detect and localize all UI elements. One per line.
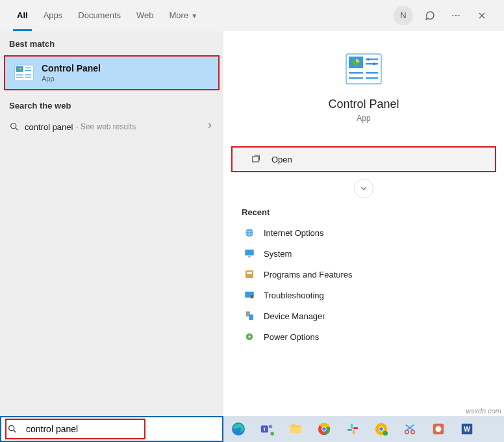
svg-rect-21 (366, 77, 378, 79)
svg-rect-20 (366, 72, 378, 73)
taskbar: T W (223, 416, 504, 442)
svg-point-56 (411, 430, 415, 434)
svg-point-0 (452, 14, 453, 16)
control-panel-icon-large (346, 53, 382, 84)
recent-item-label: Device Manager (264, 311, 325, 321)
power-options-icon (242, 330, 257, 343)
search-box[interactable] (0, 416, 223, 442)
taskbar-chrome-beta-icon[interactable] (373, 421, 390, 437)
tab-all[interactable]: All (9, 0, 36, 31)
recent-item-label: Troubleshooting (264, 291, 324, 300)
preview-subtitle: App (357, 114, 370, 123)
recent-item-device-manager[interactable]: Device Manager (242, 306, 486, 326)
recent-item-system[interactable]: System (242, 243, 486, 264)
svg-rect-24 (253, 157, 258, 162)
feedback-icon[interactable] (420, 5, 440, 26)
recent-item-label: System (264, 249, 292, 259)
taskbar-snip-icon[interactable] (401, 421, 418, 437)
svg-rect-9 (16, 77, 23, 77)
svg-rect-47 (351, 424, 353, 428)
recent-item-troubleshooting[interactable]: Troubleshooting (242, 285, 486, 306)
svg-rect-8 (16, 75, 23, 75)
svg-point-12 (11, 124, 16, 129)
taskbar-slack-icon[interactable] (344, 421, 361, 437)
preview-title: Control Panel (328, 98, 399, 111)
chevron-right-icon (205, 121, 214, 133)
taskbar-teams-icon[interactable]: T (258, 421, 275, 437)
expand-actions-button[interactable] (354, 179, 373, 198)
close-icon[interactable] (472, 5, 492, 26)
recent-item-internet-options[interactable]: Internet Options (242, 222, 486, 243)
best-match-subtitle: App (42, 75, 101, 83)
best-match-label: Best match (0, 31, 223, 53)
svg-point-55 (405, 430, 409, 434)
recent-item-label: Power Options (264, 332, 319, 342)
svg-point-22 (367, 58, 370, 60)
taskbar-word-icon[interactable]: W (459, 421, 475, 437)
recent-label: Recent (223, 203, 504, 222)
control-panel-icon (14, 63, 34, 83)
svg-point-53 (379, 427, 383, 431)
svg-rect-48 (347, 429, 352, 431)
taskbar-edge-icon[interactable] (230, 421, 247, 437)
svg-point-1 (455, 14, 457, 16)
watermark: wsxdn.com (466, 407, 501, 415)
more-options-icon[interactable] (446, 5, 466, 26)
internet-options-icon (242, 226, 257, 239)
tab-documents[interactable]: Documents (70, 0, 129, 31)
svg-point-46 (322, 427, 326, 431)
taskbar-app-icon[interactable] (430, 421, 447, 437)
preview-pane: Control Panel App Open Recent Internet O… (223, 31, 504, 416)
filter-tabs: All Apps Documents Web More▼ N (0, 0, 504, 31)
web-query-text: control panel (25, 122, 73, 132)
svg-text:T: T (263, 426, 266, 432)
recent-item-power-options[interactable]: Power Options (242, 326, 486, 347)
svg-point-42 (271, 432, 275, 436)
tab-more[interactable]: More▼ (162, 0, 206, 31)
svg-rect-10 (25, 75, 31, 75)
svg-point-41 (269, 425, 273, 429)
recent-item-programs-features[interactable]: Programs and Features (242, 264, 486, 285)
recent-list: Internet Options System Programs and Fea… (223, 222, 504, 347)
programs-icon (242, 268, 257, 281)
svg-rect-43 (290, 427, 301, 432)
preview-header: Control Panel App (223, 43, 504, 131)
svg-rect-50 (353, 427, 358, 429)
open-button[interactable]: Open (231, 146, 496, 172)
tab-web[interactable]: Web (129, 0, 162, 31)
search-web-label: Search the web (0, 93, 223, 114)
web-query-suffix: - See web results (75, 122, 136, 131)
open-icon (251, 154, 265, 164)
svg-point-23 (373, 62, 375, 65)
svg-rect-7 (25, 70, 31, 71)
taskbar-chrome-icon[interactable] (316, 421, 333, 437)
tab-apps[interactable]: Apps (36, 0, 71, 31)
svg-rect-11 (25, 77, 31, 77)
best-match-title: Control Panel (42, 63, 101, 73)
svg-point-58 (435, 426, 441, 432)
best-match-result[interactable]: Control Panel App (4, 55, 220, 90)
open-label: Open (271, 155, 292, 164)
system-icon (242, 247, 257, 260)
svg-rect-27 (245, 250, 254, 255)
svg-point-2 (459, 14, 460, 16)
svg-point-37 (9, 426, 14, 431)
recent-item-label: Programs and Features (264, 270, 353, 280)
bottom-bar: T W (0, 416, 504, 442)
svg-rect-30 (247, 272, 252, 274)
search-icon (9, 122, 25, 132)
svg-rect-29 (246, 270, 253, 278)
svg-rect-6 (25, 68, 31, 68)
svg-rect-35 (249, 315, 253, 320)
taskbar-explorer-icon[interactable] (287, 421, 304, 437)
device-manager-icon (242, 309, 257, 322)
svg-rect-19 (349, 77, 363, 79)
web-search-result[interactable]: control panel - See web results (0, 114, 223, 139)
search-icon (1, 424, 23, 434)
recent-item-label: Internet Options (264, 228, 324, 238)
svg-rect-18 (349, 72, 363, 73)
svg-rect-17 (366, 63, 378, 64)
search-input[interactable] (23, 417, 222, 441)
chevron-down-icon: ▼ (191, 12, 197, 20)
user-avatar[interactable]: N (394, 6, 413, 25)
